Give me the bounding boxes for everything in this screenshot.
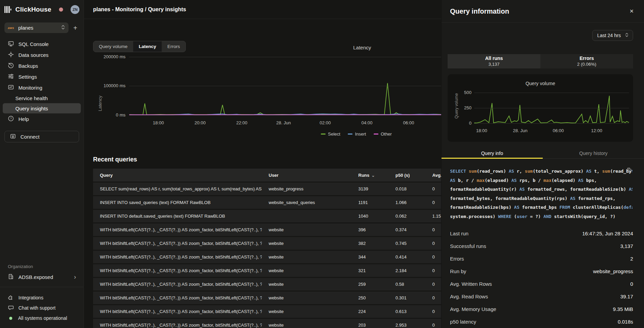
cell-query: WITH bitShiftLeft(CAST(?..), _CAST(?..))… [93, 309, 262, 314]
code-line: formatReadableQuantity(r) AS formatted_r… [450, 185, 632, 194]
table-row[interactable]: SELECT sum(read_rows) AS r, sum(total_ro… [93, 183, 441, 195]
table-row[interactable]: WITH bitShiftLeft(CAST(?..), _CAST(?..))… [93, 278, 441, 291]
notification-dot [59, 7, 63, 12]
tab-query-info[interactable]: Query info [441, 148, 543, 158]
cell-p50: 0.301 [389, 295, 425, 300]
tab-errors-count[interactable]: Errors 2 (0.06%) [540, 54, 633, 68]
stat-row: Errors2 [441, 252, 644, 265]
table-row[interactable]: INSERT INTO saved_queries (text) FORMAT … [93, 196, 441, 209]
sort-caret-icon: ⌄ [372, 173, 375, 178]
column-header-avg: Avg. [425, 173, 441, 178]
console-icon [8, 41, 14, 48]
chevron-right-icon: › [74, 274, 76, 281]
legend-swatch [348, 134, 353, 135]
cell-user: website [262, 227, 351, 232]
service-selector-row: aws planes + [3, 22, 81, 33]
column-header-runs[interactable]: Runs⌄ [351, 173, 389, 178]
footer-item-label: Chat with support [18, 305, 56, 311]
stat-value: 0.018s [618, 319, 633, 325]
stat-label: Avg. Written Rows [450, 281, 492, 287]
errors-count: 2 (0.06%) [577, 62, 596, 67]
table-row[interactable]: WITH bitShiftLeft(CAST(?..), _CAST(?..))… [93, 319, 441, 328]
cell-query: WITH bitShiftLeft(CAST(?..), _CAST(?..))… [93, 227, 262, 232]
recent-queries-table: Query User Runs⌄ p50 (s) Avg. SELECT sum… [93, 169, 441, 328]
sidebar-item-data-sources[interactable]: Data sources [3, 49, 81, 60]
x-tick-label: 28. Jun [276, 120, 291, 125]
cell-p50: 0.062 [389, 214, 425, 219]
cell-runs: 1040 [351, 214, 389, 219]
stat-value: 2 [630, 256, 633, 262]
cell-p50: 0.58 [389, 282, 425, 287]
backups-icon [8, 62, 14, 69]
series-select [129, 83, 441, 115]
table-row[interactable]: WITH bitShiftLeft(CAST(?..), _CAST(?..))… [93, 251, 441, 263]
sidebar-item-settings[interactable]: Settings [3, 71, 81, 82]
all-runs-count: 3,137 [489, 62, 500, 67]
cell-runs: 250 [351, 295, 389, 300]
avatar[interactable]: ZN [71, 5, 79, 14]
svg-text:?: ? [10, 117, 12, 120]
query-volume-x-axis: 18:0028. Jun06:0012:00 [474, 128, 629, 134]
clickhouse-logo-icon[interactable] [4, 6, 12, 13]
brand-name: ClickHouse [15, 6, 51, 13]
legend-item-other[interactable]: Other [374, 131, 392, 137]
table-row[interactable]: INSERT INTO default.saved_queries (text)… [93, 210, 441, 222]
table-row[interactable]: WITH bitShiftLeft(CAST(?..), _CAST(?..))… [93, 305, 441, 318]
table-row[interactable]: WITH bitShiftLeft(CAST(?..), _CAST(?..))… [93, 264, 441, 277]
code-line: formatReadableSize(bps) AS formatted_bps… [450, 203, 632, 212]
add-service-button[interactable]: + [73, 25, 77, 31]
tab-query-history[interactable]: Query history [543, 148, 644, 158]
column-header-query: Query [93, 173, 262, 178]
chevron-updown-icon [61, 25, 65, 31]
cell-user: website [262, 323, 351, 328]
legend-item-select[interactable]: Select [321, 131, 340, 137]
system-status[interactable]: All systems operational [3, 313, 81, 323]
cell-user: website_progress [262, 186, 351, 191]
stat-row: Avg. Written Rows0 [441, 278, 644, 290]
stat-label: Successful runs [450, 243, 486, 249]
puzzle-icon [8, 294, 14, 301]
page-title: planes - Monitoring / Query insights [93, 6, 186, 13]
service-name: planes [18, 25, 61, 31]
sidebar-item-help[interactable]: ? Help [3, 113, 81, 124]
table-row[interactable]: WITH bitShiftLeft(CAST(?..), _CAST(?..))… [93, 292, 441, 304]
latency-chart-section: Query volume Latency Errors Latency Late… [84, 19, 441, 154]
cell-p50: 0.613 [389, 309, 425, 314]
stat-row: Run bywebsite_progress [441, 265, 644, 278]
sidebar-item-service-health[interactable]: Service health [3, 93, 81, 103]
stat-value: 9.35 MiB [613, 306, 633, 312]
recent-queries-title: Recent queries [93, 156, 441, 163]
cell-avg: 0 [425, 282, 441, 287]
sidebar-item-monitoring[interactable]: Monitoring [3, 82, 81, 93]
series-queries [474, 96, 629, 123]
sidebar-item-chat-support[interactable]: Chat with support [3, 303, 81, 313]
connect-button[interactable]: Connect [4, 131, 79, 142]
cell-user: website [262, 309, 351, 314]
sidebar-item-query-insights[interactable]: Query insights [3, 103, 81, 113]
cell-user: website [262, 241, 351, 246]
time-range-dropdown[interactable]: Last 24 hrs [592, 30, 633, 41]
copy-icon[interactable] [627, 167, 632, 176]
sidebar-item-sql-console[interactable]: SQL Console [3, 38, 81, 49]
sidebar-item-integrations[interactable]: Integrations [3, 293, 81, 303]
cell-user: website [262, 282, 351, 287]
legend-item-insert[interactable]: Insert [348, 131, 366, 137]
cell-runs: 382 [351, 241, 389, 246]
cell-query: WITH bitShiftLeft(CAST(?..), _CAST(?..))… [93, 323, 262, 328]
service-selector[interactable]: aws planes [4, 22, 69, 33]
tab-all-runs[interactable]: All runs 3,137 [448, 54, 540, 68]
organization-item[interactable]: ADSB.exposed › [3, 271, 81, 282]
organization-name: ADSB.exposed [18, 274, 70, 280]
cell-p50: 0.745 [389, 241, 425, 246]
close-icon[interactable]: ✕ [629, 8, 634, 14]
tab-query-volume[interactable]: Query volume [93, 41, 133, 52]
sidebar-item-backups[interactable]: Backups [3, 60, 81, 71]
app-window: ClickHouse ZN aws planes + SQL Console [0, 0, 644, 328]
sidebar-item-label: Data sources [18, 52, 48, 58]
latency-chart [129, 48, 441, 115]
cell-query: INSERT INTO default.saved_queries (text)… [93, 214, 262, 219]
table-row[interactable]: WITH bitShiftLeft(CAST(?..), _CAST(?..))… [93, 237, 441, 250]
table-row[interactable]: WITH bitShiftLeft(CAST(?..), _CAST(?..))… [93, 223, 441, 236]
time-range-row: Last 24 hrs [448, 30, 633, 41]
help-icon: ? [8, 115, 14, 123]
